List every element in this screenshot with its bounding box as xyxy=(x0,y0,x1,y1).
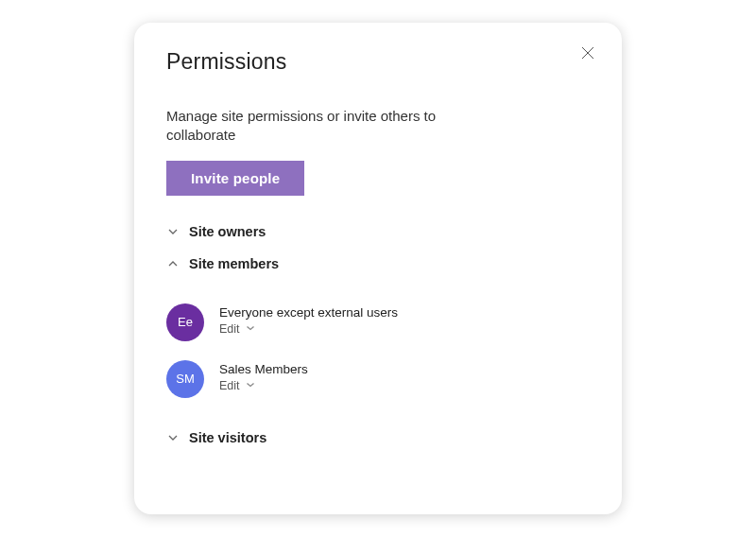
section-site-members[interactable]: Site members xyxy=(166,249,590,279)
avatar: SM xyxy=(166,360,204,398)
permission-label: Edit xyxy=(219,379,240,392)
member-row: SM Sales Members Edit xyxy=(166,353,590,409)
section-label-owners: Site owners xyxy=(189,224,266,239)
close-icon xyxy=(581,46,594,60)
panel-title: Permissions xyxy=(166,49,590,75)
member-row: Ee Everyone except external users Edit xyxy=(166,296,590,353)
chevron-down-icon xyxy=(246,379,255,392)
permission-label: Edit xyxy=(219,322,240,336)
chevron-down-icon xyxy=(166,225,180,238)
members-list: Ee Everyone except external users Edit S… xyxy=(166,296,590,409)
close-button[interactable] xyxy=(578,43,597,62)
chevron-down-icon xyxy=(246,322,255,336)
member-name: Everyone except external users xyxy=(219,305,398,320)
avatar: Ee xyxy=(166,303,204,341)
section-label-members: Site members xyxy=(189,256,279,271)
invite-people-button[interactable]: Invite people xyxy=(166,161,304,196)
panel-subtitle: Manage site permissions or invite others… xyxy=(166,107,507,146)
member-info: Sales Members Edit xyxy=(219,360,308,392)
member-name: Sales Members xyxy=(219,362,308,376)
permission-dropdown[interactable]: Edit xyxy=(219,322,398,336)
permission-dropdown[interactable]: Edit xyxy=(219,379,308,392)
section-site-owners[interactable]: Site owners xyxy=(166,217,590,247)
chevron-up-icon xyxy=(166,257,180,270)
section-label-visitors: Site visitors xyxy=(189,430,266,445)
member-info: Everyone except external users Edit xyxy=(219,303,398,336)
permissions-panel: Permissions Manage site permissions or i… xyxy=(134,23,622,514)
section-site-visitors[interactable]: Site visitors xyxy=(166,423,590,453)
chevron-down-icon xyxy=(166,431,180,444)
